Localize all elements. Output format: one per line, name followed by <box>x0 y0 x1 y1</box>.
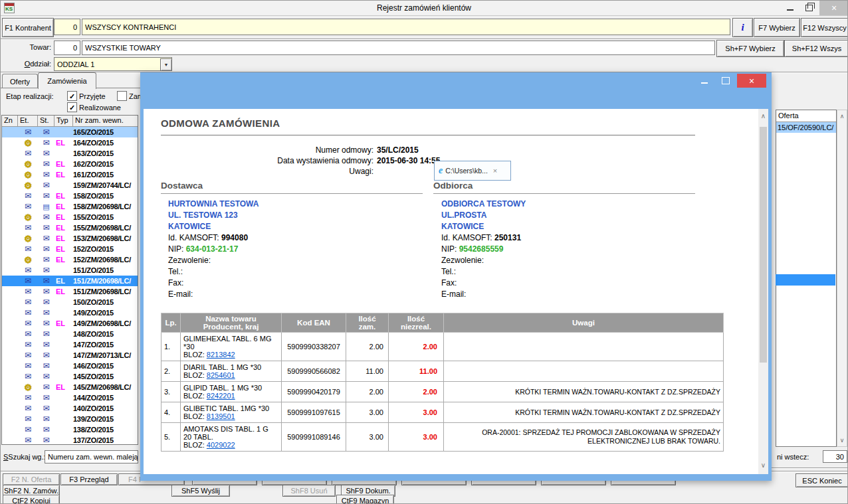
table-row[interactable]: ✉✉146/ZO/2015 <box>2 361 138 371</box>
scrollbar-thumb[interactable] <box>760 127 767 363</box>
etap-label: Etap realizacji: <box>6 92 54 100</box>
table-row[interactable]: ⚙✉EL153/ZM/20698/LC/ <box>2 233 138 244</box>
table-row[interactable]: ✉▤EL158/ZM/20698/LC/ <box>2 201 138 212</box>
table-row[interactable]: ✉✉139/ZO/2015 <box>2 414 138 424</box>
envelope-icon: ✉ <box>43 266 49 274</box>
tab-close-icon[interactable]: × <box>493 167 497 175</box>
f2-nowa-oferta-button[interactable]: F2 N. Oferta <box>3 473 60 485</box>
table-row[interactable]: ✉✉145/ZO/2015 <box>2 371 138 382</box>
ctf2-kopiuj-button[interactable]: CtF2 Kopiuj <box>3 495 60 504</box>
esc-koniec-button[interactable]: ESC Koniec <box>795 473 848 487</box>
table-row[interactable]: ⚙✉159/ZM/20744/LC/ <box>2 180 138 191</box>
et-cell: ✉ <box>18 192 38 200</box>
et-cell: ⚙ <box>18 139 38 147</box>
checkbox-realizowane[interactable]: ✓ <box>67 102 77 112</box>
tab-zamowienia[interactable]: Zamówienia <box>38 72 96 89</box>
minimize-button[interactable] <box>782 1 799 15</box>
oferta-row[interactable]: 15/OF/20590/LC/ <box>776 122 836 133</box>
ie-tab[interactable]: eC:\Users\kb...× <box>434 161 511 181</box>
table-row[interactable]: ⚙✉EL162/ZO/2015 <box>2 159 138 169</box>
shf5-wyslij-button[interactable]: ShF5 Wyślij <box>171 485 230 497</box>
f12-wszyscy-button[interactable]: F12 Wszyscy <box>801 18 848 37</box>
table-row[interactable]: ✉✉137/ZO/2015 <box>2 435 138 445</box>
table-row[interactable]: ✉✉EL158/ZO/2015 <box>2 191 138 201</box>
shf12-wszyscy-button[interactable]: Sh+F12 Wszys <box>784 40 848 57</box>
popup-close-button[interactable]: × <box>737 74 766 88</box>
table-row[interactable]: ✉✉EL151/ZM/20698/LC/ <box>2 276 138 286</box>
table-row[interactable]: ✉✉149/ZO/2015 <box>2 307 138 318</box>
col-st[interactable]: St. <box>38 116 54 126</box>
popup-minimize-button[interactable] <box>696 74 713 88</box>
table-row[interactable]: ✉✉144/ZO/2015 <box>2 392 138 403</box>
kontrahent-name-field[interactable]: WSZYSCY KONTRAHENCI <box>82 19 730 35</box>
table-row[interactable]: ✉✉EL152/ZO/2015 <box>2 244 138 254</box>
table-row[interactable]: ✉✉147/ZM/20713/LC/ <box>2 350 138 361</box>
oferta-column-header[interactable]: Oferta <box>776 110 836 122</box>
scroll-up-icon[interactable]: ∧ <box>758 112 768 120</box>
ctf9-magazyn-button[interactable]: CtF9 Magazyn <box>336 495 394 504</box>
bloz-link[interactable]: 8213842 <box>207 351 235 359</box>
table-row[interactable]: ⚙✉EL164/ZO/2015 <box>2 137 138 148</box>
scroll-up-icon[interactable]: ∧ <box>837 112 847 121</box>
col-zn[interactable]: Zn <box>2 116 18 126</box>
checkbox-zam[interactable] <box>117 91 127 101</box>
et-cell: ⚙ <box>18 383 38 392</box>
bloz-link[interactable]: 8254601 <box>207 371 235 379</box>
table-row[interactable]: ✉✉EL151/ZM/20698/LC/ <box>2 286 138 297</box>
order-number: 151/ZM/20698/LC/ <box>73 277 138 285</box>
info-button[interactable]: i <box>732 18 753 37</box>
f1-kontrahent-button[interactable]: F1 Kontrahent <box>2 18 54 37</box>
uwagi-cell: KRÓTKI TERMIN WAŻN.TOWARU-KONTAKT Z DZ.S… <box>444 382 724 402</box>
ie-scrollbar[interactable]: ∧ ∨ <box>758 109 768 474</box>
table-row[interactable]: ✉✉150/ZO/2015 <box>2 297 138 307</box>
col-typ[interactable]: Typ <box>54 116 73 126</box>
table-row[interactable]: ⚙✉EL155/ZO/2015 <box>2 212 138 222</box>
table-row[interactable]: ✉✉147/ZO/2015 <box>2 339 138 350</box>
towar-code-field[interactable]: 0 <box>54 41 80 55</box>
oddzial-dropdown-button[interactable]: ▼ <box>160 58 172 71</box>
szukaj-select[interactable]: Numeru zam. wewn. malejąco <box>45 450 138 463</box>
table-row[interactable]: ✉✉140/ZO/2015 <box>2 403 138 414</box>
column-header: Lp. <box>161 313 181 333</box>
scroll-down-icon[interactable]: ∨ <box>837 436 847 445</box>
table-row[interactable]: ✉✉165/ZO/2015 <box>2 127 138 137</box>
table-row[interactable]: ✉✉EL155/ZM/20698/LC/ <box>2 222 138 233</box>
order-number: 162/ZO/2015 <box>73 160 138 168</box>
bloz-link[interactable]: 8242201 <box>207 392 235 400</box>
f7-wybierz-button[interactable]: F7 Wybierz <box>754 18 800 37</box>
f3-przeglad-button[interactable]: F3 Przegląd <box>60 473 118 485</box>
oddzial-select[interactable]: ODDZIAL 1 <box>54 57 172 71</box>
towar-label: Towar: <box>5 43 51 51</box>
col-nr[interactable]: Nr zam. wewn. <box>73 116 138 126</box>
restore-button[interactable] <box>800 1 817 15</box>
envelope-icon: ✉ <box>25 341 31 349</box>
table-row[interactable]: ✉✉151/ZO/2015 <box>2 265 138 276</box>
table-row[interactable]: ✉✉138/ZO/2015 <box>2 424 138 435</box>
table-row[interactable]: ⚙✉EL161/ZO/2015 <box>2 169 138 180</box>
envelope-icon: ✉ <box>43 298 49 306</box>
scroll-down-icon[interactable]: ∨ <box>758 462 768 469</box>
dni-wstecz-input[interactable]: 30 <box>823 450 847 463</box>
shf7-wybierz-button[interactable]: Sh+F7 Wybierz <box>716 40 784 57</box>
shf8-usun-button[interactable]: ShF8 Usuń <box>282 485 336 497</box>
orders-table-header: Zn Et. St. Typ Nr zam. wewn. <box>2 116 138 127</box>
table-row[interactable]: ✉✉148/ZO/2015 <box>2 329 138 339</box>
kontrahent-code-field[interactable]: 0 <box>54 19 80 35</box>
popup-maximize-button[interactable] <box>717 74 734 88</box>
party-id-line: Id. KAMSOFT: 994080 <box>168 232 407 244</box>
table-row[interactable]: ✉✉EL149/ZM/20698/LC/ <box>2 318 138 329</box>
oferta-scrollbar[interactable]: ∧ ∨ <box>837 110 847 447</box>
tab-oferty[interactable]: Oferty <box>2 74 38 88</box>
table-row[interactable]: ⚙✉EL152/ZM/20698/LC/ <box>2 254 138 265</box>
bloz-link[interactable]: 4029022 <box>207 441 235 449</box>
close-button[interactable]: × <box>819 1 848 15</box>
checkbox-przyjete[interactable]: ✓ <box>67 91 77 101</box>
envelope-icon: ✉ <box>43 160 49 168</box>
col-et[interactable]: Et. <box>18 116 38 126</box>
main-window: KS Rejestr zamówień klientów × F1 Kontra… <box>0 0 848 504</box>
orders-table-body: ✉✉165/ZO/2015⚙✉EL164/ZO/2015✉✉163/ZO/201… <box>2 127 138 445</box>
table-row[interactable]: ✉✉163/ZO/2015 <box>2 148 138 159</box>
table-row[interactable]: ⚙✉EL145/ZM/20698/LC/ <box>2 382 138 392</box>
bloz-link[interactable]: 8139501 <box>207 412 235 420</box>
towar-name-field[interactable]: WSZYSTKIE TOWARY <box>82 41 715 55</box>
